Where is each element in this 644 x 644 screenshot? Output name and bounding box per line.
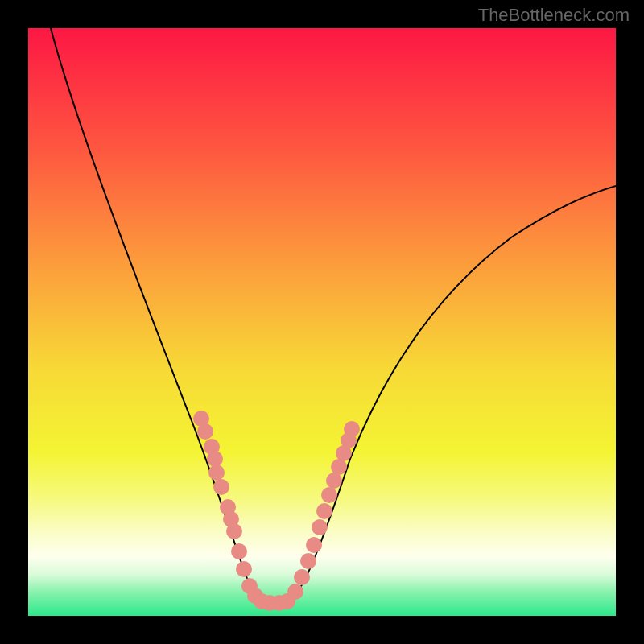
data-marker — [300, 553, 316, 569]
curve-path — [51, 28, 616, 605]
data-marker — [236, 561, 252, 577]
data-marker — [326, 473, 342, 489]
data-marker — [331, 459, 347, 475]
bottleneck-curve — [28, 28, 616, 616]
data-marker — [197, 423, 213, 440]
data-marker — [208, 464, 225, 481]
chart-area — [28, 28, 616, 616]
data-marker — [226, 523, 242, 539]
watermark-text: TheBottleneck.com — [478, 5, 630, 26]
data-marker — [312, 519, 328, 535]
data-marker — [294, 569, 310, 585]
data-marker — [316, 503, 332, 519]
data-marker — [321, 487, 337, 503]
data-markers — [193, 411, 360, 611]
data-marker — [306, 537, 322, 553]
data-marker — [231, 543, 247, 559]
data-marker — [213, 479, 229, 495]
data-marker — [207, 451, 223, 467]
data-marker — [344, 421, 360, 437]
data-marker — [287, 584, 303, 600]
